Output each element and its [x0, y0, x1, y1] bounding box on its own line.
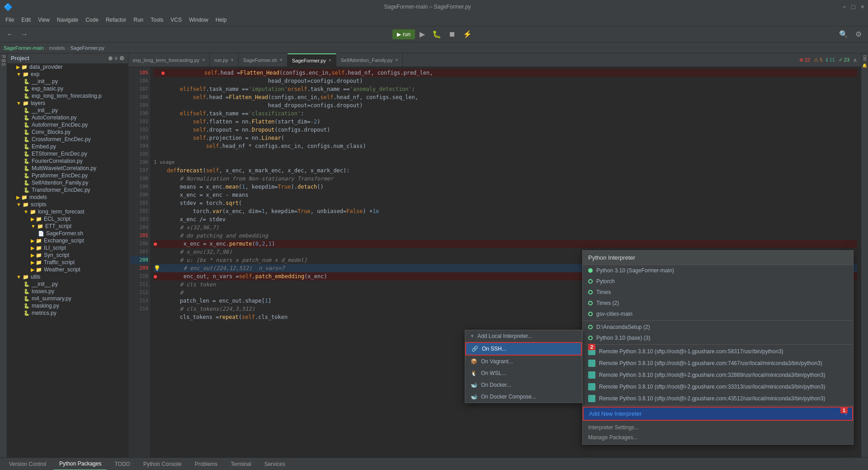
breadcrumb-file[interactable]: SageFormer.py: [70, 45, 104, 51]
menu-file[interactable]: File: [2, 16, 18, 24]
menu-run[interactable]: Run: [130, 16, 147, 24]
menu-refactor[interactable]: Refactor: [102, 16, 130, 24]
tree-item-exp-basic[interactable]: 🐍 exp_basic.py: [7, 85, 128, 92]
tab-sageformer-sh[interactable]: SageFormer.sh ×: [239, 53, 288, 67]
interp-item-remote1[interactable]: Remote Python 3.8.10 (sftp://root@i-1.gp…: [583, 346, 853, 357]
tree-item-sageformer-sh[interactable]: 📄 SageFormer.sh: [7, 230, 128, 237]
menu-window[interactable]: Window: [185, 16, 212, 24]
tree-item-long-term[interactable]: ▼ 📁 long_term_forecast: [7, 208, 128, 215]
search-everywhere-button[interactable]: 🔍: [836, 28, 851, 40]
tree-item-embed[interactable]: 🐍 Embed.py: [7, 143, 128, 150]
debug-button[interactable]: 🐛: [429, 28, 444, 40]
interp-item-remote5[interactable]: Remote Python 3.8.10 (sftp://root@i-2.gp…: [583, 393, 853, 404]
database-icon[interactable]: DB: [863, 55, 867, 61]
interp-item-pytorch[interactable]: Pytorch: [583, 276, 853, 287]
tree-item-init-layers[interactable]: 🐍 __init__.py: [7, 107, 128, 114]
project-settings-button[interactable]: ⚙: [119, 55, 124, 62]
tree-item-exp-long[interactable]: 🐍 exp_long_term_forecasting.p: [7, 92, 128, 100]
add-new-interpreter-button[interactable]: Add New Interpreter ›: [583, 407, 853, 421]
settings-button[interactable]: ⚙: [853, 28, 864, 40]
tree-item-exchange[interactable]: ▶ 📁 Exchange_script: [7, 237, 128, 244]
tree-item-losses[interactable]: 🐍 losses.py: [7, 288, 128, 295]
tree-item-syn[interactable]: ▶ 📁 Syn_script: [7, 252, 128, 259]
tree-item-transformer[interactable]: 🐍 Transformer_EncDec.py: [7, 186, 128, 194]
interp-item-anaconda[interactable]: D:\AnacondaSetup (2): [583, 322, 853, 332]
tree-item-weather[interactable]: ▶ 📁 Weather_script: [7, 266, 128, 273]
bottom-tab-python-packages[interactable]: Python Packages: [54, 458, 107, 470]
interp-item-python310[interactable]: Python 3.10 (SageFormer-main): [583, 265, 853, 276]
tree-item-data-provider[interactable]: ▶ 📁 data_provider: [7, 63, 128, 71]
bottom-tab-version-control[interactable]: Version Control: [4, 458, 52, 470]
toolbar-back-button[interactable]: ←: [4, 28, 16, 40]
menu-edit[interactable]: Edit: [18, 16, 34, 24]
ssh-on-vagrant[interactable]: 📦 On Vagrant...: [465, 356, 582, 367]
bottom-tab-services[interactable]: Services: [259, 458, 291, 470]
close-button[interactable]: ×: [861, 3, 864, 10]
tree-item-ecl[interactable]: ▶ 📁 ECL_script: [7, 215, 128, 223]
ssh-on-docker[interactable]: 🐋 On Docker...: [465, 379, 582, 391]
stop-button[interactable]: ⏹: [446, 28, 458, 40]
project-icon[interactable]: P: [1, 55, 6, 58]
tree-item-layers[interactable]: ▼ 📁 layers: [7, 100, 128, 107]
interp-item-remote4[interactable]: Remote Python 3.8.10 (sftp://root@i-2.gp…: [583, 381, 853, 393]
ssh-add-local[interactable]: + Add Local Interpreter...: [465, 330, 582, 342]
ssh-on-docker-compose[interactable]: 🐋 On Docker Compose...: [465, 391, 582, 403]
structure-icon[interactable]: S: [1, 63, 6, 66]
tree-item-models[interactable]: ▶ 📁 models: [7, 194, 128, 201]
build-button[interactable]: ▶: [417, 28, 428, 40]
tab-run[interactable]: run.py ×: [210, 53, 238, 67]
tab-sh-close[interactable]: ×: [280, 57, 283, 62]
tree-item-pyraformer[interactable]: 🐍 Pyraformer_EncDec.py: [7, 172, 128, 179]
menu-tools[interactable]: Tools: [147, 16, 167, 24]
breadcrumb-project[interactable]: SageFormer-main: [4, 45, 44, 51]
tree-item-fourier[interactable]: 🐍 FourierCorrelation.py: [7, 157, 128, 165]
tree-item-multiwavelet[interactable]: 🐍 MultiWaveletCorrelation.py: [7, 165, 128, 172]
interp-item-remote3[interactable]: Remote Python 3.8.10 (sftp://root@i-2.gp…: [583, 369, 853, 381]
interp-item-times[interactable]: Times: [583, 287, 853, 298]
interp-item-remote2[interactable]: Remote Python 3.8.10 (sftp://root@i-1.gp…: [583, 357, 853, 369]
tab-py-close[interactable]: ×: [329, 58, 331, 63]
project-locate-button[interactable]: ⊕: [108, 55, 113, 62]
ssh-on-ssh[interactable]: 🔗 On SSH...: [465, 342, 582, 356]
tree-item-metrics[interactable]: 🐍 metrics.py: [7, 309, 128, 317]
interp-item-times2[interactable]: Times (2): [583, 298, 853, 309]
tree-item-masking[interactable]: 🐍 masking.py: [7, 302, 128, 309]
tab-selfattention[interactable]: SelfAttention_Family.py ×: [336, 53, 403, 67]
ssh-on-wsl[interactable]: 🐧 On WSL...: [465, 367, 582, 379]
tree-item-ett[interactable]: ▼ 📁 ETT_script: [7, 223, 128, 230]
tree-item-init-exp[interactable]: 🐍 __init__.py: [7, 78, 128, 85]
tab-exp-long-close[interactable]: ×: [202, 57, 205, 62]
bottom-tab-python-console[interactable]: Python Console: [138, 458, 188, 470]
bottom-tab-problems[interactable]: Problems: [189, 458, 224, 470]
manage-packages-button[interactable]: Manage Packages...: [588, 432, 848, 442]
menu-help[interactable]: Help: [212, 16, 231, 24]
run-button[interactable]: ▶ run: [392, 29, 415, 39]
tree-item-ili[interactable]: ▶ 📁 ILI_script: [7, 244, 128, 252]
tab-run-close[interactable]: ×: [231, 57, 234, 62]
breadcrumb-models[interactable]: models: [49, 45, 65, 51]
interp-item-gsv[interactable]: gsv-cities-main: [583, 309, 853, 319]
coverage-button[interactable]: ⚡: [460, 28, 475, 40]
tree-item-init-utils[interactable]: 🐍 __init__.py: [7, 280, 128, 288]
project-collapse-button[interactable]: ≡: [114, 55, 118, 62]
bottom-tab-todo[interactable]: TODO: [109, 458, 136, 470]
tree-item-crossformer[interactable]: 🐍 Crossformer_EncDec.py: [7, 136, 128, 143]
maximize-button[interactable]: □: [851, 3, 855, 10]
tab-exp-long[interactable]: exp_long_term_forecasting.py ×: [128, 53, 210, 67]
bookmarks-icon[interactable]: B: [1, 59, 6, 62]
tab-sa-close[interactable]: ×: [395, 57, 398, 62]
tree-item-m4[interactable]: 🐍 m4_summary.py: [7, 295, 128, 302]
tree-item-scripts[interactable]: ▼ 📁 scripts: [7, 201, 128, 208]
tree-item-utils[interactable]: ▼ 📁 utils: [7, 273, 128, 280]
tree-item-etsformer[interactable]: 🐍 ETSformer_EncDec.py: [7, 150, 128, 157]
tree-item-selfattention[interactable]: 🐍 SelfAttention_Family.py: [7, 179, 128, 186]
toolbar-forward-button[interactable]: →: [18, 28, 31, 40]
tree-item-autoformer[interactable]: 🐍 Autoformer_EncDec.py: [7, 121, 128, 128]
notifications-icon[interactable]: 🔔: [863, 63, 867, 68]
interpreter-settings-button[interactable]: Interpreter Settings...: [588, 423, 848, 432]
expand-gutter-button[interactable]: ∧: [853, 57, 857, 63]
menu-navigate[interactable]: Navigate: [53, 16, 82, 24]
minimize-button[interactable]: −: [842, 3, 846, 10]
tree-item-autocorrelation[interactable]: 🐍 AutoCorrelation.py: [7, 114, 128, 121]
tab-sageformer-py[interactable]: SageFormer.py ×: [288, 53, 336, 67]
